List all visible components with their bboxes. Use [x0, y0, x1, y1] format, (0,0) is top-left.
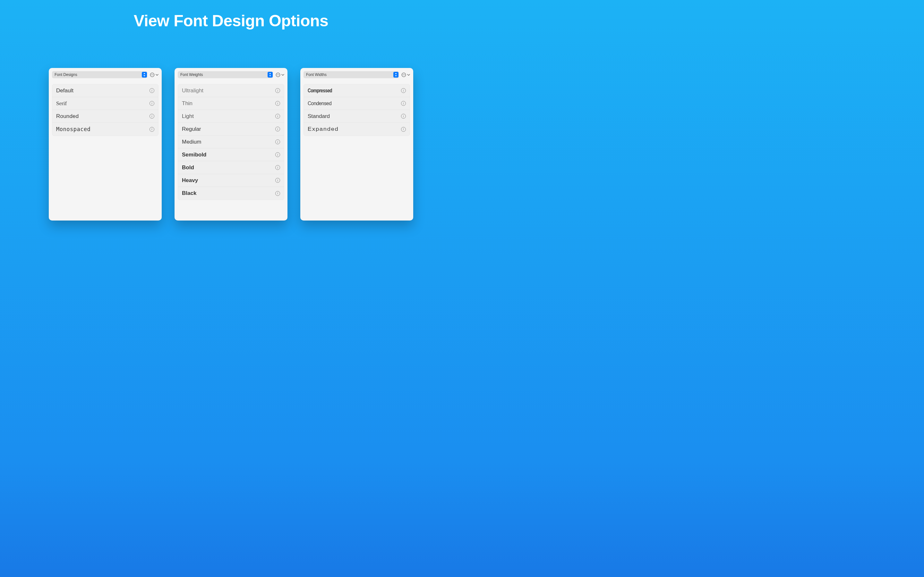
list-item[interactable]: Rounded i: [52, 110, 158, 123]
info-icon[interactable]: i: [275, 165, 280, 170]
info-icon[interactable]: i: [150, 88, 154, 93]
row-label: Black: [182, 190, 196, 197]
list-item[interactable]: Compressedi: [304, 84, 410, 97]
list-item[interactable]: Monospaced i: [52, 123, 158, 135]
info-icon[interactable]: i: [275, 101, 280, 106]
info-icon[interactable]: i: [275, 178, 280, 183]
row-label: Condensed: [308, 100, 331, 107]
row-label: Thin: [182, 100, 192, 107]
list-item[interactable]: Standardi: [304, 110, 410, 123]
svg-point-5: [277, 74, 278, 75]
svg-point-2: [152, 74, 153, 75]
ellipsis-circle-icon: [276, 73, 280, 77]
chevron-down-icon: [281, 73, 284, 76]
row-label: Medium: [182, 139, 201, 145]
info-icon[interactable]: i: [401, 88, 406, 93]
list-item[interactable]: Default i: [52, 84, 158, 97]
info-icon[interactable]: i: [275, 88, 280, 93]
row-label: Monospaced: [56, 126, 90, 132]
row-label: Default: [56, 87, 73, 94]
ellipsis-circle-icon: [401, 73, 406, 77]
updown-stepper-icon: [142, 72, 147, 77]
font-designs-list: Default i Serif i Rounded i Monospaced i: [52, 84, 158, 136]
font-widths-list: Compressedi Condensedi Standardi Expande…: [304, 84, 410, 136]
chevron-down-icon: [407, 73, 410, 76]
dropdown-label: Font Widths: [306, 73, 326, 77]
info-icon[interactable]: i: [275, 191, 280, 196]
info-icon[interactable]: i: [275, 127, 280, 131]
info-icon[interactable]: i: [275, 114, 280, 119]
updown-stepper-icon: [393, 72, 399, 77]
info-icon[interactable]: i: [275, 139, 280, 144]
list-item[interactable]: Mediumi: [178, 135, 284, 148]
svg-point-7: [278, 74, 279, 75]
row-label: Semibold: [182, 152, 207, 158]
panel-header: Font Weights: [178, 71, 284, 78]
chevron-down-icon: [156, 73, 158, 76]
list-item[interactable]: Serif i: [52, 97, 158, 110]
panels-container: Font Designs Default i Serif i: [0, 68, 462, 221]
list-item[interactable]: Condensedi: [304, 97, 410, 110]
info-icon[interactable]: i: [150, 114, 154, 119]
list-item[interactable]: Boldi: [178, 161, 284, 174]
dropdown-label: Font Weights: [180, 73, 203, 77]
font-weights-dropdown[interactable]: Font Weights: [178, 71, 273, 78]
svg-point-9: [403, 74, 403, 75]
font-weights-list: Ultralighti Thini Lighti Regulari Medium…: [178, 84, 284, 200]
row-label: Rounded: [56, 113, 79, 119]
panel-header: Font Designs: [52, 71, 158, 78]
panel-font-widths: Font Widths Compressedi Condensedi Stand…: [300, 68, 413, 221]
info-icon[interactable]: i: [150, 101, 154, 106]
list-item[interactable]: Ultralighti: [178, 84, 284, 97]
info-icon[interactable]: i: [150, 127, 154, 132]
list-item[interactable]: Semiboldi: [178, 148, 284, 161]
svg-point-6: [278, 74, 278, 75]
row-label: Heavy: [182, 177, 198, 184]
row-label: Ultralight: [182, 87, 204, 94]
list-item[interactable]: Heavyi: [178, 174, 284, 187]
row-label: Standard: [308, 113, 330, 119]
page-title: View Font Design Options: [0, 0, 462, 30]
font-widths-dropdown[interactable]: Font Widths: [304, 71, 399, 78]
row-label: Light: [182, 113, 194, 119]
panel-more-menu[interactable]: [276, 73, 284, 77]
info-icon[interactable]: i: [275, 152, 280, 157]
list-item[interactable]: Expandedi: [304, 123, 410, 135]
row-label: Compressed: [308, 87, 332, 94]
row-label: Serif: [56, 100, 67, 107]
row-label: Regular: [182, 126, 201, 132]
ellipsis-circle-icon: [150, 73, 155, 77]
list-item[interactable]: Lighti: [178, 110, 284, 123]
updown-stepper-icon: [268, 72, 273, 77]
list-item[interactable]: Regulari: [178, 123, 284, 135]
list-item[interactable]: Blacki: [178, 187, 284, 200]
svg-point-11: [404, 74, 405, 75]
dropdown-label: Font Designs: [55, 73, 78, 77]
svg-point-1: [151, 74, 152, 75]
font-designs-dropdown[interactable]: Font Designs: [52, 71, 147, 78]
info-icon[interactable]: i: [401, 127, 406, 132]
row-label: Bold: [182, 164, 194, 171]
panel-more-menu[interactable]: [150, 73, 158, 77]
info-icon[interactable]: i: [401, 101, 406, 106]
row-label: Expanded: [308, 126, 339, 132]
panel-font-designs: Font Designs Default i Serif i: [49, 68, 162, 221]
panel-more-menu[interactable]: [401, 73, 410, 77]
svg-point-3: [153, 74, 153, 75]
panel-font-weights: Font Weights Ultralighti Thini Lighti Re…: [174, 68, 288, 221]
panel-header: Font Widths: [304, 71, 410, 78]
list-item[interactable]: Thini: [178, 97, 284, 110]
svg-point-10: [404, 74, 404, 75]
info-icon[interactable]: i: [401, 114, 406, 119]
